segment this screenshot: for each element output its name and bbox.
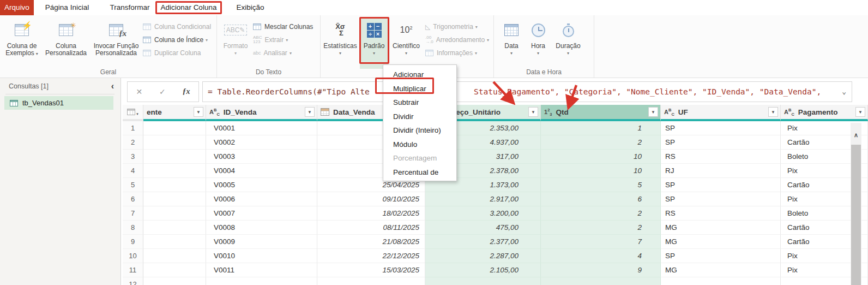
cell-id-venda[interactable]: V0002	[206, 135, 317, 150]
ribbon-button-coluna-personalizada[interactable]: ✳ Coluna Personalizada	[44, 19, 88, 69]
column-header-qtd[interactable]: 123Qtd▼	[541, 105, 661, 121]
cell-ente[interactable]	[143, 178, 206, 192]
cell-data-venda[interactable]: 21/08/2025	[317, 235, 425, 249]
cell-data-venda[interactable]: 22/12/2025	[317, 249, 425, 263]
cell-id-venda[interactable]: V0004	[206, 164, 317, 178]
scroll-up-icon[interactable]: ∧	[851, 132, 861, 139]
filter-button[interactable]: ▼	[194, 107, 203, 117]
menu-tab-transformar[interactable]: Transformar	[104, 0, 156, 15]
cell-id-venda[interactable]: V0005	[206, 178, 317, 192]
cell-uf[interactable]: RJ	[661, 164, 781, 178]
cancel-formula-icon[interactable]: ✕	[136, 87, 142, 96]
ribbon-button-data[interactable]: Data ▾	[499, 19, 523, 69]
menu-tab-adicionar-coluna[interactable]: Adicionar Coluna	[159, 0, 218, 15]
filter-button[interactable]: ▼	[855, 107, 865, 117]
cell-id-venda[interactable]: V0009	[206, 235, 317, 249]
cell-pre-o-unit-rio[interactable]: 3.200,00	[425, 206, 541, 221]
cell-uf[interactable]: MG	[661, 221, 781, 235]
filter-button[interactable]: ▼	[528, 107, 538, 117]
cell-uf[interactable]	[661, 277, 781, 285]
cell-pre-o-unit-rio[interactable]: 475,00	[425, 221, 541, 235]
commit-formula-icon[interactable]: ✓	[159, 87, 166, 96]
collapse-panel-icon[interactable]: ‹	[111, 81, 114, 91]
cell-data-venda[interactable]: 15/03/2025	[317, 263, 425, 277]
cell-ente[interactable]	[143, 249, 206, 263]
filter-button[interactable]: ▼	[648, 107, 658, 117]
cell-data-venda[interactable]	[317, 277, 425, 285]
cell-id-venda[interactable]: V0006	[206, 192, 317, 206]
ribbon-button-padrao[interactable]: +−÷× Padrão ▾	[360, 19, 388, 69]
menu-item-adicionar[interactable]: Adicionar	[383, 68, 456, 82]
column-header-uf[interactable]: ABCUF▼	[661, 105, 781, 121]
cell-ente[interactable]	[143, 150, 206, 164]
ribbon-button-coluna-de-indice[interactable]: Coluna de Índice▾	[143, 34, 216, 46]
cell-ente[interactable]	[143, 135, 206, 150]
ribbon-button-cientifico[interactable]: 102 Científico ▾	[390, 19, 422, 69]
cell-qtd[interactable]: 4	[541, 249, 661, 263]
menu-tab-exibicao[interactable]: Exibição	[231, 0, 269, 15]
cell-uf[interactable]: SP	[661, 135, 781, 150]
cell-ente[interactable]	[143, 192, 206, 206]
cell-ente[interactable]	[143, 235, 206, 249]
scrollbar-thumb[interactable]	[851, 145, 861, 285]
cell-qtd[interactable]: 6	[541, 192, 661, 206]
cell-pre-o-unit-rio[interactable]	[425, 277, 541, 285]
cell-id-venda[interactable]: V0003	[206, 150, 317, 164]
cell-pre-o-unit-rio[interactable]: 2.377,00	[425, 235, 541, 249]
select-all-corner[interactable]: ▾	[123, 105, 143, 121]
cell-qtd[interactable]	[541, 277, 661, 285]
cell-id-venda[interactable]	[206, 277, 317, 285]
cell-pre-o-unit-rio[interactable]: 2.917,00	[425, 192, 541, 206]
cell-uf[interactable]: RS	[661, 206, 781, 221]
cell-id-venda[interactable]: V0001	[206, 121, 317, 135]
menu-tab-pagina-inicial[interactable]: Página Inicial	[34, 0, 100, 15]
ribbon-button-invocar-funcao-personalizada[interactable]: ƒx Invocar Função Personalizada	[91, 19, 142, 69]
cell-data-venda[interactable]: 18/02/2025	[317, 206, 425, 221]
filter-button[interactable]: ▼	[305, 107, 315, 117]
cell-qtd[interactable]: 9	[541, 263, 661, 277]
cell-id-venda[interactable]: V0011	[206, 263, 317, 277]
ribbon-button-duracao[interactable]: Duração ▾	[552, 19, 584, 69]
menu-item-multiplicar[interactable]: Multiplicar	[383, 82, 456, 96]
cell-ente[interactable]	[143, 221, 206, 235]
formula-input[interactable]: = Table.ReorderColumns(#"Tipo Alte Statu…	[202, 81, 852, 102]
menu-item-m-dulo[interactable]: Módulo	[383, 138, 456, 152]
fx-icon[interactable]: ƒx	[183, 87, 190, 96]
ribbon-button-estatisticas[interactable]: X̄σ Σ Estatísticas ▾	[322, 19, 359, 69]
cell-ente[interactable]	[143, 164, 206, 178]
cell-uf[interactable]: RS	[661, 150, 781, 164]
column-header-id-venda[interactable]: ABCID_Venda▼	[206, 105, 317, 121]
menu-item-percentual-de[interactable]: Percentual de	[383, 165, 456, 180]
query-item-tb-vendas01[interactable]: tb_Vendas01	[4, 96, 113, 110]
ribbon-button-mesclar-colunas[interactable]: Mesclar Colunas	[253, 21, 320, 33]
cell-data-venda[interactable]: 09/10/2025	[317, 192, 425, 206]
cell-ente[interactable]	[143, 277, 206, 285]
cell-uf[interactable]: SP	[661, 192, 781, 206]
expand-formula-bar-icon[interactable]: ⌄	[842, 82, 846, 102]
menu-item-subtrair[interactable]: Subtrair	[383, 96, 456, 110]
ribbon-button-hora[interactable]: Hora ▾	[527, 19, 550, 69]
ribbon-button-coluna-de-exemplos[interactable]: ⚡ Coluna de Exemplos▾	[2, 19, 41, 69]
cell-qtd[interactable]: 7	[541, 235, 661, 249]
cell-id-venda[interactable]: V0008	[206, 221, 317, 235]
filter-button[interactable]: ▼	[768, 107, 778, 117]
cell-qtd[interactable]: 10	[541, 150, 661, 164]
cell-ente[interactable]	[143, 121, 206, 135]
cell-qtd[interactable]: 1	[541, 121, 661, 135]
cell-pre-o-unit-rio[interactable]: 2.105,00	[425, 263, 541, 277]
column-header-pagamento[interactable]: ABCPagamento▼	[781, 105, 868, 121]
cell-pre-o-unit-rio[interactable]: 2.287,00	[425, 249, 541, 263]
cell-ente[interactable]	[143, 263, 206, 277]
menu-item-dividir-inteiro-[interactable]: Dividir (Inteiro)	[383, 123, 456, 138]
menu-tab-arquivo[interactable]: Arquivo	[0, 0, 34, 15]
cell-qtd[interactable]: 10	[541, 164, 661, 178]
cell-id-venda[interactable]: V0010	[206, 249, 317, 263]
cell-uf[interactable]: SP	[661, 249, 781, 263]
cell-qtd[interactable]: 2	[541, 135, 661, 150]
cell-uf[interactable]: SP	[661, 121, 781, 135]
cell-data-venda[interactable]: 08/11/2025	[317, 221, 425, 235]
cell-uf[interactable]: MG	[661, 235, 781, 249]
menu-item-dividir[interactable]: Dividir	[383, 110, 456, 124]
cell-qtd[interactable]: 2	[541, 206, 661, 221]
column-header-ente[interactable]: ente▼	[143, 105, 206, 121]
